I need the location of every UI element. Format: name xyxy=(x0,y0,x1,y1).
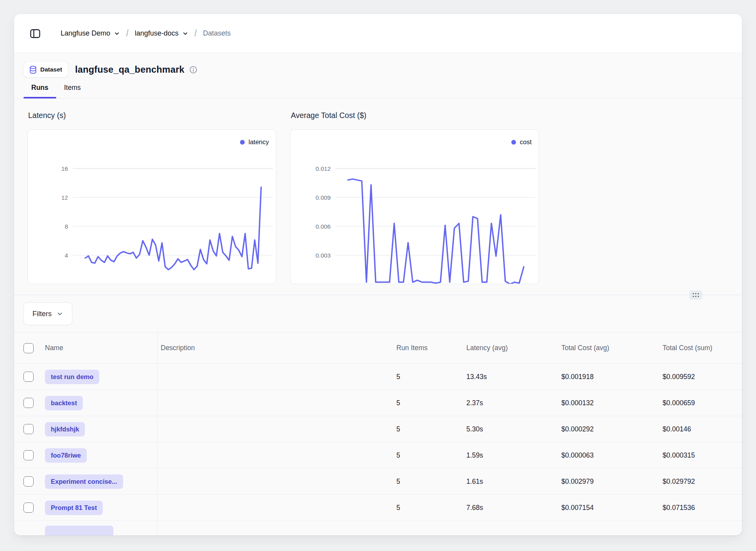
latency-avg-value: 7.68s xyxy=(466,495,561,521)
row-checkbox[interactable] xyxy=(23,424,34,434)
table-row[interactable]: foo78riwe 5 1.59s $0.000063 $0.000315 xyxy=(14,442,742,469)
run-items-value: 5 xyxy=(396,495,466,521)
run-name-badge[interactable]: foo78riwe xyxy=(45,448,87,463)
table-row[interactable]: Prompt 81 Test 5 7.68s $0.007154 $0.0715… xyxy=(14,495,742,521)
dataset-title-row: Dataset langfuse_qa_benchmark xyxy=(14,53,742,77)
total-cost-sum-value: $0.000659 xyxy=(663,390,742,416)
svg-text:0.009: 0.009 xyxy=(315,194,331,201)
run-items-value: 5 xyxy=(396,469,466,494)
run-name-badge[interactable]: backtest xyxy=(45,396,83,410)
svg-text:0.006: 0.006 xyxy=(315,223,331,230)
legend-label: latency xyxy=(249,138,269,146)
breadcrumb-project[interactable]: langfuse-docs xyxy=(135,29,188,38)
run-name-badge[interactable]: Prompt 81 Test xyxy=(45,501,103,515)
table-row[interactable]: test run demo 5 13.43s $0.001918 $0.0095… xyxy=(14,364,742,390)
total-cost-sum-value: $0.009592 xyxy=(663,364,742,390)
tabs: Runs Items xyxy=(14,84,742,98)
dataset-type-chip: Dataset xyxy=(23,62,68,77)
total-cost-avg-value: $0.000132 xyxy=(561,390,663,416)
table-header-row: Name Description Run Items Latency (avg)… xyxy=(14,333,742,364)
run-name-badge[interactable]: Experiment concise... xyxy=(45,474,123,489)
table-body: test run demo 5 13.43s $0.001918 $0.0095… xyxy=(14,364,742,535)
row-checkbox[interactable] xyxy=(23,503,34,513)
total-cost-sum-value: $0.000315 xyxy=(663,442,742,468)
breadcrumb-separator: / xyxy=(195,28,197,38)
grip-dots-icon xyxy=(693,293,699,297)
run-name-badge[interactable]: test run demo xyxy=(45,370,99,384)
total-cost-sum-value: $0.029792 xyxy=(663,469,742,494)
breadcrumb-org-label: Langfuse Demo xyxy=(61,29,110,38)
breadcrumb-separator: / xyxy=(126,28,129,38)
run-name-label: test run demo xyxy=(51,373,93,381)
cost-line-plot: 0.0120.0090.0060.003 xyxy=(290,130,539,284)
total-cost-avg-value: $0.002979 xyxy=(561,469,663,494)
row-checkbox[interactable] xyxy=(23,398,34,408)
run-items-value: 5 xyxy=(396,442,466,468)
tab-runs[interactable]: Runs xyxy=(23,84,56,98)
latency-avg-value: 5.30s xyxy=(466,416,561,442)
table-row[interactable]: backtest 5 2.37s $0.000132 $0.000659 xyxy=(14,390,742,416)
run-description xyxy=(158,416,396,442)
panel-left-icon xyxy=(29,28,41,39)
run-description xyxy=(158,390,396,416)
svg-text:12: 12 xyxy=(61,194,68,201)
total-cost-avg-value: $0.000292 xyxy=(561,416,663,442)
breadcrumb-page: Datasets xyxy=(203,29,231,38)
table-row[interactable]: hjkfdshjk 5 5.30s $0.000292 $0.00146 xyxy=(14,416,742,442)
breadcrumb-org[interactable]: Langfuse Demo xyxy=(61,29,120,38)
row-checkbox[interactable] xyxy=(23,372,34,382)
legend-dot-icon xyxy=(511,140,516,145)
run-name-label: backtest xyxy=(51,399,77,407)
cost-chart-card: 0.0120.0090.0060.003 cost xyxy=(290,129,539,284)
legend-dot-icon xyxy=(240,140,245,145)
latency-chart-card: 161284 latency xyxy=(27,129,276,284)
latency-line-plot: 161284 xyxy=(28,130,276,284)
run-description xyxy=(158,442,396,468)
legend-label: cost xyxy=(520,138,532,146)
latency-avg-value: 1.59s xyxy=(466,442,561,468)
page-background: { "topbar": { "breadcrumb": [ {"label": … xyxy=(0,0,756,551)
database-icon xyxy=(29,66,37,74)
content-area: Dataset langfuse_qa_benchmark Runs Items… xyxy=(14,53,742,535)
run-name-label: Prompt 81 Test xyxy=(51,504,97,512)
chevron-down-icon xyxy=(56,310,63,317)
filters-button[interactable]: Filters xyxy=(23,302,72,325)
select-all-checkbox[interactable] xyxy=(23,343,34,353)
charts-table-divider xyxy=(14,295,742,295)
latency-chart-section: Latency (s) 161284 latency xyxy=(27,111,276,284)
chevron-down-icon xyxy=(114,30,120,37)
total-cost-avg-value: $0.001918 xyxy=(561,364,663,390)
table-row[interactable]: Experiment concise... 5 1.61s $0.002979 … xyxy=(14,469,742,495)
breadcrumb: Langfuse Demo / langfuse-docs / Datasets xyxy=(61,29,231,38)
run-name-label: Experiment concise... xyxy=(51,478,117,485)
charts-section: Latency (s) 161284 latency Average Total… xyxy=(14,98,742,284)
svg-text:0.003: 0.003 xyxy=(315,252,331,259)
run-name-badge[interactable] xyxy=(45,526,113,535)
cost-chart-legend: cost xyxy=(511,138,532,146)
latency-chart-legend: latency xyxy=(240,138,269,146)
latency-avg-value: 1.61s xyxy=(466,469,561,494)
filters-button-label: Filters xyxy=(32,310,52,318)
chevron-down-icon xyxy=(182,30,188,37)
svg-text:16: 16 xyxy=(61,165,68,172)
total-cost-sum-value: $0.071536 xyxy=(663,495,742,521)
topbar: Langfuse Demo / langfuse-docs / Datasets xyxy=(14,14,742,53)
svg-text:0.012: 0.012 xyxy=(315,165,331,172)
run-name-badge[interactable]: hjkfdshjk xyxy=(45,422,85,437)
resize-handle[interactable] xyxy=(689,290,702,300)
sidebar-toggle-button[interactable] xyxy=(29,28,41,39)
row-checkbox[interactable] xyxy=(23,476,34,487)
column-header-description: Description xyxy=(158,333,396,363)
run-name-label: foo78riwe xyxy=(51,452,81,459)
dataset-chip-label: Dataset xyxy=(40,66,62,73)
tab-items[interactable]: Items xyxy=(56,84,89,98)
run-items-value: 5 xyxy=(396,364,466,390)
row-checkbox[interactable] xyxy=(23,450,34,460)
total-cost-sum-value: $0.00146 xyxy=(663,416,742,442)
chart-title-latency: Latency (s) xyxy=(28,111,276,120)
chart-title-cost: Average Total Cost ($) xyxy=(291,111,539,120)
tab-runs-label: Runs xyxy=(31,84,48,91)
run-description xyxy=(158,364,396,390)
table-row-partial[interactable] xyxy=(14,521,742,535)
info-icon[interactable] xyxy=(189,66,197,74)
